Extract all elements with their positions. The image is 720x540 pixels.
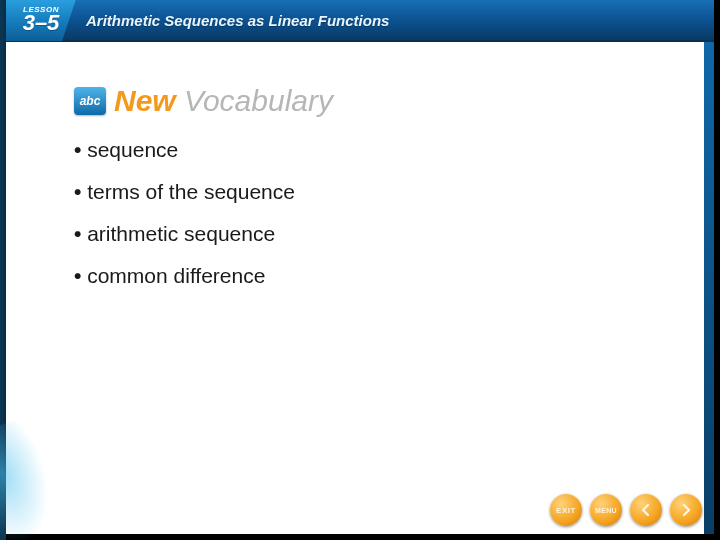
- list-item: arithmetic sequence: [74, 222, 295, 246]
- lesson-number: 3–5: [23, 13, 60, 33]
- vocabulary-text: Vocabulary: [176, 84, 333, 117]
- next-button[interactable]: [670, 494, 702, 526]
- list-item: sequence: [74, 138, 295, 162]
- menu-label: MENU: [595, 507, 617, 514]
- chevron-right-icon: [679, 503, 693, 517]
- vocabulary-list: sequence terms of the sequence arithmeti…: [74, 138, 295, 306]
- right-edge-strip: [704, 42, 714, 534]
- lesson-title: Arithmetic Sequences as Linear Functions: [86, 12, 389, 29]
- prev-button[interactable]: [630, 494, 662, 526]
- new-vocabulary-heading: abc New Vocabulary: [74, 86, 333, 116]
- list-item: common difference: [74, 264, 295, 288]
- chevron-left-icon: [639, 503, 653, 517]
- slide-card: LESSON 3–5 Arithmetic Sequences as Linea…: [6, 0, 714, 534]
- footer-nav: EXIT MENU: [550, 494, 702, 526]
- lesson-header: LESSON 3–5 Arithmetic Sequences as Linea…: [6, 0, 714, 42]
- list-item: terms of the sequence: [74, 180, 295, 204]
- new-text: New: [114, 84, 176, 117]
- exit-label: EXIT: [556, 506, 576, 515]
- menu-button[interactable]: MENU: [590, 494, 622, 526]
- exit-button[interactable]: EXIT: [550, 494, 582, 526]
- lesson-badge: LESSON 3–5: [6, 0, 76, 41]
- decorative-swoosh: [0, 416, 65, 540]
- abc-icon: abc: [74, 87, 106, 115]
